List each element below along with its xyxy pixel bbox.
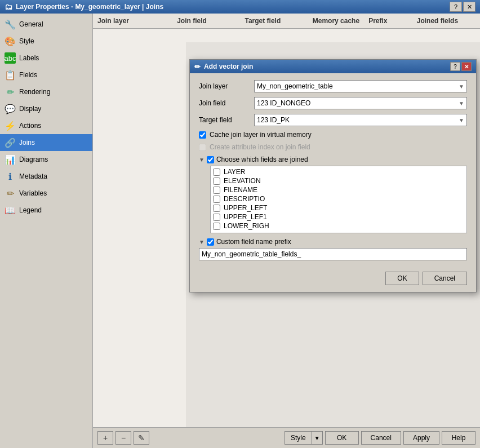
index-label: Create attribute index on join field	[210, 143, 310, 151]
prefix-checkbox[interactable]	[207, 238, 214, 246]
bottom-toolbar: + − ✎ Style ▼ OK Cancel Apply Help	[93, 427, 480, 448]
prefix-section: ▼ Custom field name prefix	[199, 238, 467, 260]
sidebar: 🔧 General 🎨 Style abc Labels 📋 Fields ✏ …	[0, 14, 93, 448]
prefix-header[interactable]: ▼ Custom field name prefix	[199, 238, 467, 246]
choose-fields-section: ▼ Choose which fields are joined LAYER	[199, 156, 467, 233]
prefix-input[interactable]	[199, 248, 467, 260]
style-dropdown-button[interactable]: ▼	[312, 431, 323, 445]
modal-overlay: ✏ Add vector join ? ✕ Join layer	[186, 42, 480, 427]
field-checkbox-upper-lef1[interactable]	[213, 214, 220, 221]
field-item-descriptio: DESCRIPTIO	[211, 194, 466, 203]
index-checkbox[interactable]	[199, 144, 206, 151]
help-button-bottom[interactable]: Help	[442, 431, 475, 445]
ok-button[interactable]: OK	[325, 431, 359, 445]
display-icon: 💬	[5, 103, 16, 114]
sidebar-item-metadata[interactable]: ℹ Metadata	[0, 168, 92, 185]
field-label-elevation: ELEVATION	[224, 177, 261, 185]
sidebar-label-variables: Variables	[19, 189, 47, 197]
title-bar: 🗂 Layer Properties - My_geometric_layer …	[0, 0, 480, 14]
modal-close-button[interactable]: ✕	[461, 62, 472, 71]
field-item-layer: LAYER	[211, 167, 466, 176]
close-button[interactable]: ✕	[463, 2, 475, 12]
cache-checkbox[interactable]	[199, 131, 206, 139]
choose-fields-header[interactable]: ▼ Choose which fields are joined	[199, 156, 467, 163]
field-checkbox-upper-left[interactable]	[213, 205, 220, 212]
sidebar-label-labels: Labels	[19, 54, 39, 62]
field-checkbox-elevation[interactable]	[213, 178, 220, 185]
field-checkbox-descriptio[interactable]	[213, 196, 220, 203]
join-field-value: 123 ID_NONGEO	[257, 99, 459, 107]
bottom-actions: Style ▼ OK Cancel Apply Help	[285, 431, 475, 445]
join-field-label: Join field	[199, 99, 250, 107]
field-label-lower-righ: LOWER_RIGH	[224, 222, 269, 230]
sidebar-item-joins[interactable]: 🔗 Joins	[0, 134, 92, 151]
app-icon: 🗂	[5, 2, 12, 11]
sidebar-label-metadata: Metadata	[19, 172, 47, 180]
rendering-icon: ✏	[5, 86, 16, 97]
sidebar-label-general: General	[19, 20, 43, 28]
add-vector-join-dialog: ✏ Add vector join ? ✕ Join layer	[189, 59, 477, 292]
sidebar-label-joins: Joins	[19, 139, 35, 147]
table-header: Join layer Join field Target field Memor…	[93, 14, 480, 29]
labels-icon: abc	[5, 52, 16, 64]
join-field-select[interactable]: 123 ID_NONGEO ▼	[254, 97, 467, 109]
cancel-button[interactable]: Cancel	[361, 431, 401, 445]
fields-list-container[interactable]: LAYER ELEVATION FILENAME	[210, 166, 467, 233]
style-button-group: Style ▼	[285, 431, 323, 445]
field-checkbox-layer[interactable]	[213, 168, 220, 176]
apply-button[interactable]: Apply	[403, 431, 439, 445]
content-area: Join layer Join field Target field Memor…	[93, 14, 480, 448]
sidebar-item-rendering[interactable]: ✏ Rendering	[0, 83, 92, 100]
sidebar-label-display: Display	[19, 105, 41, 113]
sidebar-item-actions[interactable]: ⚡ Actions	[0, 117, 92, 134]
metadata-icon: ℹ	[5, 171, 16, 182]
sidebar-item-diagrams[interactable]: 📊 Diagrams	[0, 151, 92, 168]
field-item-upper-left: UPPER_LEFT	[211, 203, 466, 212]
index-checkbox-row: Create attribute index on join field	[199, 143, 467, 151]
sidebar-item-general[interactable]: 🔧 General	[0, 16, 92, 33]
col-memory-cache: Memory cache	[308, 16, 364, 26]
modal-cancel-button[interactable]: Cancel	[423, 272, 467, 285]
modal-body: Join layer My_non_geometric_table ▼ Join…	[190, 73, 476, 267]
sidebar-item-legend[interactable]: 📖 Legend	[0, 202, 92, 219]
diagrams-icon: 📊	[5, 154, 16, 165]
modal-ok-button[interactable]: OK	[385, 272, 419, 285]
help-button[interactable]: ?	[450, 2, 462, 12]
sidebar-label-fields: Fields	[19, 71, 37, 79]
modal-title-controls: ? ✕	[450, 62, 472, 71]
sidebar-label-rendering: Rendering	[19, 88, 50, 96]
modal-title-icon: ✏	[194, 63, 201, 71]
join-layer-select[interactable]: My_non_geometric_table ▼	[254, 80, 467, 92]
prefix-arrow: ▼	[199, 239, 205, 245]
style-button[interactable]: Style	[285, 431, 312, 445]
join-field-row: Join field 123 ID_NONGEO ▼	[199, 97, 467, 109]
joins-icon: 🔗	[5, 137, 16, 148]
join-layer-row: Join layer My_non_geometric_table ▼	[199, 80, 467, 92]
choose-fields-checkbox[interactable]	[207, 156, 214, 163]
sidebar-item-variables[interactable]: ✏ Variables	[0, 185, 92, 202]
sidebar-item-style[interactable]: 🎨 Style	[0, 33, 92, 50]
col-join-field: Join field	[172, 16, 240, 26]
modal-help-button[interactable]: ?	[450, 62, 460, 71]
field-item-elevation: ELEVATION	[211, 176, 466, 185]
sidebar-item-fields[interactable]: 📋 Fields	[0, 66, 92, 83]
sidebar-item-display[interactable]: 💬 Display	[0, 100, 92, 117]
field-label-descriptio: DESCRIPTIO	[224, 195, 265, 203]
general-icon: 🔧	[5, 19, 16, 30]
field-item-upper-lef1: UPPER_LEF1	[211, 212, 466, 221]
sidebar-item-labels[interactable]: abc Labels	[0, 50, 92, 66]
target-field-dropdown-icon: ▼	[459, 117, 464, 123]
prefix-label: Custom field name prefix	[216, 238, 291, 246]
field-label-layer: LAYER	[224, 168, 245, 176]
field-checkbox-lower-righ[interactable]	[213, 223, 220, 230]
field-checkbox-filename[interactable]	[213, 187, 220, 194]
field-item-filename: FILENAME	[211, 185, 466, 194]
field-label-upper-lef1: UPPER_LEF1	[224, 213, 267, 221]
target-field-select[interactable]: 123 ID_PK ▼	[254, 114, 467, 126]
fields-list: LAYER ELEVATION FILENAME	[211, 166, 466, 232]
sidebar-label-legend: Legend	[19, 206, 42, 214]
col-joined-fields: Joined fields	[412, 16, 480, 26]
edit-join-button[interactable]: ✎	[134, 431, 149, 445]
add-join-button[interactable]: +	[97, 431, 113, 445]
remove-join-button[interactable]: −	[115, 431, 131, 445]
